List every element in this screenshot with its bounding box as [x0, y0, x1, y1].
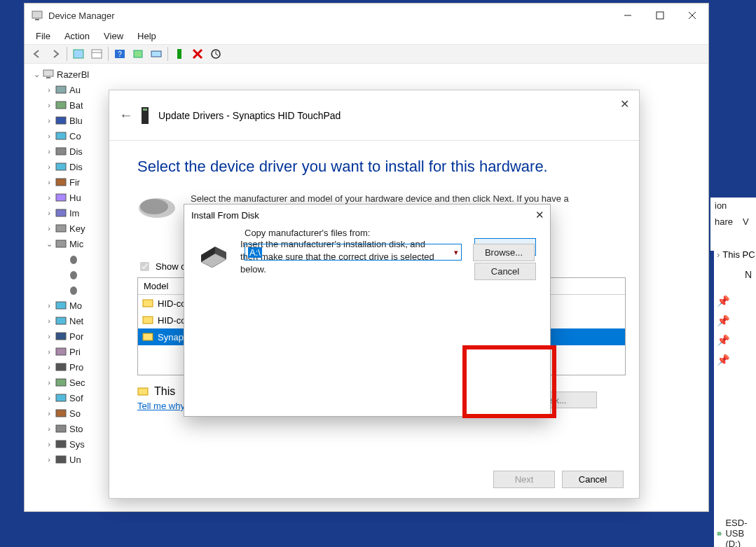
svg-rect-36 [56, 348, 66, 355]
ribbon-tab-share[interactable]: hare [715, 216, 733, 227]
mouse-device-icon [68, 254, 79, 265]
path-combobox[interactable]: A:\ ▾ [245, 244, 462, 261]
tree-node-label: Sys [69, 439, 85, 450]
device-category-icon [55, 315, 67, 326]
nav-forward-icon[interactable] [47, 46, 64, 62]
svg-rect-12 [151, 51, 161, 57]
expand-icon[interactable]: › [44, 440, 54, 448]
device-category-icon [55, 99, 67, 111]
svg-rect-20 [56, 102, 66, 109]
minimize-button[interactable] [612, 4, 644, 27]
expand-icon[interactable]: › [44, 193, 54, 202]
pin-icon: 📌 [717, 334, 730, 347]
ifd-close-icon[interactable]: ✕ [535, 209, 544, 221]
expand-icon[interactable]: › [44, 147, 54, 155]
svg-rect-6 [74, 50, 83, 58]
expand-icon[interactable]: › [44, 332, 54, 340]
menu-action[interactable]: Action [57, 29, 97, 43]
maximize-button[interactable] [644, 4, 676, 27]
ud-back-icon[interactable]: ← [119, 107, 136, 123]
ifd-title[interactable]: Install From Disk [184, 205, 550, 226]
tree-node-label: Net [69, 316, 83, 326]
device-category-icon [55, 408, 67, 419]
svg-rect-42 [56, 441, 66, 448]
uninstall-device-icon[interactable] [189, 46, 206, 62]
pin-icon: 📌 [717, 354, 730, 366]
dm-title-text: Device Manager [48, 11, 115, 21]
expand-icon[interactable]: › [44, 455, 54, 464]
path-input-value[interactable]: A:\ [248, 247, 262, 258]
help-icon[interactable]: ? [111, 46, 128, 62]
scan-changes-icon[interactable] [207, 46, 224, 62]
enable-device-icon[interactable] [171, 46, 188, 62]
device-category-icon [55, 300, 67, 311]
svg-rect-48 [143, 300, 153, 307]
explorer-ribbon-fragment: ion hare V [710, 198, 756, 251]
breadcrumb-thispc[interactable]: This PC [722, 249, 755, 260]
tree-node-label: Un [69, 455, 81, 465]
expand-icon[interactable]: › [44, 116, 54, 125]
expand-icon[interactable]: › [44, 85, 54, 94]
expand-icon[interactable]: › [44, 209, 54, 217]
expand-icon[interactable]: › [44, 101, 54, 109]
tree-node-label: Bat [69, 100, 83, 111]
explorer-breadcrumb[interactable]: › This PC [714, 245, 756, 263]
ribbon-tab-view[interactable]: V [743, 216, 749, 227]
tree-node-label: Mo [69, 300, 82, 311]
next-button[interactable]: Next [493, 471, 555, 488]
expand-icon[interactable]: › [44, 317, 54, 325]
dm-menubar: File Action View Help [25, 27, 708, 44]
expand-icon[interactable]: › [44, 378, 54, 387]
show-hide-tree-icon[interactable] [70, 46, 87, 62]
device-manager-icon [32, 10, 43, 21]
computer-icon [43, 69, 54, 80]
expand-icon[interactable]: › [44, 394, 54, 402]
svg-rect-38 [56, 379, 66, 386]
ud-close-icon[interactable]: ✕ [620, 97, 629, 111]
expand-icon[interactable]: ⌄ [44, 240, 54, 249]
svg-rect-55 [717, 532, 721, 534]
svg-rect-23 [56, 148, 66, 155]
device-category-icon [55, 361, 67, 373]
update-driver-icon[interactable] [148, 46, 165, 62]
svg-rect-28 [56, 225, 66, 232]
menu-help[interactable]: Help [130, 29, 163, 43]
expand-icon[interactable]: › [44, 424, 54, 433]
expand-icon[interactable]: › [44, 178, 54, 186]
dm-titlebar[interactable]: Device Manager [25, 4, 708, 27]
svg-rect-29 [56, 240, 66, 247]
expand-icon[interactable]: › [44, 409, 54, 417]
tree-node-label: Dis [69, 146, 83, 157]
expand-icon[interactable]: › [44, 363, 54, 371]
menu-file[interactable]: File [29, 29, 57, 43]
expand-icon[interactable]: › [44, 132, 54, 140]
tree-root[interactable]: ⌄ RazerBl [32, 67, 708, 82]
menu-view[interactable]: View [97, 29, 130, 43]
expand-icon[interactable]: › [44, 301, 54, 310]
mouse-device-icon [68, 269, 79, 280]
tree-node-label: Por [69, 331, 83, 342]
expand-icon[interactable]: › [44, 224, 54, 233]
show-compatible-input[interactable] [140, 262, 149, 271]
svg-rect-49 [143, 317, 153, 324]
tree-node-label: Sec [69, 378, 85, 388]
ud-title-text: Update Drivers - Synaptics HID TouchPad [158, 110, 341, 121]
svg-rect-25 [56, 179, 66, 186]
drive-esd-usb[interactable]: ESD-USB (D:) [717, 518, 756, 547]
ifd-cancel-button[interactable]: Cancel [474, 263, 536, 280]
svg-point-32 [70, 286, 77, 295]
dropdown-icon[interactable]: ▾ [454, 248, 458, 257]
expand-icon[interactable]: › [44, 347, 54, 356]
pin-icon: 📌 [717, 295, 730, 307]
expand-icon[interactable]: › [44, 162, 54, 171]
close-button[interactable] [676, 4, 708, 27]
column-header-name[interactable]: N [745, 269, 752, 280]
view-detail-icon[interactable] [88, 46, 105, 62]
scan-hardware-icon[interactable] [130, 46, 146, 62]
svg-rect-39 [56, 394, 66, 401]
nav-back-icon[interactable] [29, 46, 46, 62]
tree-node-label: Mic [69, 239, 83, 249]
collapse-icon[interactable]: ⌄ [32, 70, 41, 79]
cancel-button[interactable]: Cancel [562, 471, 624, 488]
browse-button[interactable]: Browse... [473, 244, 535, 261]
